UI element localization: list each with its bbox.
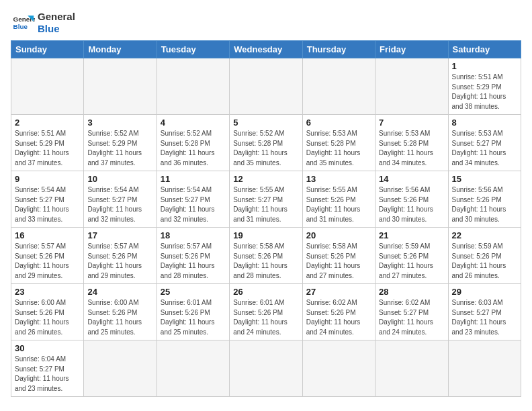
- calendar-week-2: 2Sunrise: 5:51 AM Sunset: 5:29 PM Daylig…: [11, 115, 521, 171]
- day-number: 8: [452, 118, 517, 128]
- day-number: 29: [452, 287, 517, 297]
- day-info: Sunrise: 6:02 AM Sunset: 5:26 PM Dayligh…: [306, 298, 371, 337]
- calendar-cell: 24Sunrise: 6:00 AM Sunset: 5:26 PM Dayli…: [84, 284, 157, 340]
- day-number: 13: [306, 174, 371, 184]
- day-info: Sunrise: 5:58 AM Sunset: 5:26 PM Dayligh…: [306, 242, 371, 281]
- calendar-cell: 16Sunrise: 5:57 AM Sunset: 5:26 PM Dayli…: [11, 228, 84, 284]
- day-number: 5: [233, 118, 298, 128]
- day-number: 26: [233, 287, 298, 297]
- calendar-cell: 28Sunrise: 6:02 AM Sunset: 5:27 PM Dayli…: [375, 284, 448, 340]
- calendar-week-4: 16Sunrise: 5:57 AM Sunset: 5:26 PM Dayli…: [11, 228, 521, 284]
- logo: General Blue General Blue: [11, 11, 75, 35]
- day-info: Sunrise: 5:57 AM Sunset: 5:26 PM Dayligh…: [161, 242, 226, 281]
- calendar-cell: 22Sunrise: 5:59 AM Sunset: 5:26 PM Dayli…: [448, 228, 521, 284]
- day-info: Sunrise: 5:54 AM Sunset: 5:27 PM Dayligh…: [161, 185, 226, 224]
- calendar-cell: 4Sunrise: 5:52 AM Sunset: 5:28 PM Daylig…: [157, 115, 229, 171]
- calendar-cell: [84, 58, 157, 115]
- day-info: Sunrise: 5:56 AM Sunset: 5:26 PM Dayligh…: [379, 185, 444, 224]
- calendar-cell: [84, 340, 157, 397]
- day-number: 30: [15, 343, 80, 353]
- calendar-cell: 25Sunrise: 6:01 AM Sunset: 5:26 PM Dayli…: [157, 284, 229, 340]
- day-info: Sunrise: 5:52 AM Sunset: 5:28 PM Dayligh…: [161, 129, 226, 168]
- calendar-cell: 8Sunrise: 5:53 AM Sunset: 5:27 PM Daylig…: [448, 115, 521, 171]
- calendar-cell: 23Sunrise: 6:00 AM Sunset: 5:26 PM Dayli…: [11, 284, 84, 340]
- svg-text:Blue: Blue: [13, 23, 28, 30]
- calendar-header-tuesday: Tuesday: [157, 41, 229, 58]
- calendar-cell: 18Sunrise: 5:57 AM Sunset: 5:26 PM Dayli…: [157, 228, 229, 284]
- day-number: 9: [15, 174, 80, 184]
- calendar-header-row: SundayMondayTuesdayWednesdayThursdayFrid…: [11, 41, 521, 58]
- day-info: Sunrise: 5:54 AM Sunset: 5:27 PM Dayligh…: [15, 185, 80, 224]
- calendar-cell: [375, 58, 448, 115]
- calendar-cell: [157, 58, 229, 115]
- day-info: Sunrise: 5:57 AM Sunset: 5:26 PM Dayligh…: [15, 242, 80, 281]
- calendar-cell: 21Sunrise: 5:59 AM Sunset: 5:26 PM Dayli…: [375, 228, 448, 284]
- day-number: 18: [161, 230, 226, 240]
- calendar-week-1: 1Sunrise: 5:51 AM Sunset: 5:29 PM Daylig…: [11, 58, 521, 115]
- calendar-cell: 3Sunrise: 5:52 AM Sunset: 5:29 PM Daylig…: [84, 115, 157, 171]
- calendar-week-6: 30Sunrise: 6:04 AM Sunset: 5:27 PM Dayli…: [11, 340, 521, 397]
- day-number: 19: [233, 230, 298, 240]
- day-info: Sunrise: 6:00 AM Sunset: 5:26 PM Dayligh…: [87, 298, 152, 337]
- day-info: Sunrise: 6:03 AM Sunset: 5:27 PM Dayligh…: [452, 298, 517, 337]
- day-info: Sunrise: 5:52 AM Sunset: 5:29 PM Dayligh…: [87, 129, 152, 168]
- day-number: 1: [452, 61, 517, 71]
- day-info: Sunrise: 5:54 AM Sunset: 5:27 PM Dayligh…: [87, 185, 152, 224]
- day-number: 14: [379, 174, 444, 184]
- day-number: 25: [161, 287, 226, 297]
- calendar-cell: [375, 340, 448, 397]
- day-number: 10: [87, 174, 152, 184]
- day-info: Sunrise: 5:55 AM Sunset: 5:26 PM Dayligh…: [306, 185, 371, 224]
- day-info: Sunrise: 5:57 AM Sunset: 5:26 PM Dayligh…: [87, 242, 152, 281]
- day-info: Sunrise: 5:59 AM Sunset: 5:26 PM Dayligh…: [379, 242, 444, 281]
- day-info: Sunrise: 5:55 AM Sunset: 5:27 PM Dayligh…: [233, 185, 298, 224]
- day-number: 11: [161, 174, 226, 184]
- calendar-cell: 30Sunrise: 6:04 AM Sunset: 5:27 PM Dayli…: [11, 340, 84, 397]
- calendar-cell: [230, 340, 302, 397]
- calendar-header-saturday: Saturday: [448, 41, 521, 58]
- calendar-table: SundayMondayTuesdayWednesdayThursdayFrid…: [11, 40, 521, 397]
- page-header: General Blue General Blue: [11, 11, 521, 35]
- logo-general-text: General: [38, 11, 75, 23]
- day-info: Sunrise: 6:04 AM Sunset: 5:27 PM Dayligh…: [15, 355, 80, 394]
- calendar-cell: 11Sunrise: 5:54 AM Sunset: 5:27 PM Dayli…: [157, 171, 229, 228]
- logo-icon: General Blue: [11, 11, 35, 35]
- day-number: 16: [15, 230, 80, 240]
- day-number: 4: [161, 118, 226, 128]
- calendar-cell: [302, 340, 375, 397]
- day-number: 3: [87, 118, 152, 128]
- calendar-cell: [448, 340, 521, 397]
- day-info: Sunrise: 5:51 AM Sunset: 5:29 PM Dayligh…: [452, 73, 517, 111]
- calendar-cell: [11, 58, 84, 115]
- day-info: Sunrise: 5:58 AM Sunset: 5:26 PM Dayligh…: [233, 242, 298, 281]
- calendar-cell: 27Sunrise: 6:02 AM Sunset: 5:26 PM Dayli…: [302, 284, 375, 340]
- day-info: Sunrise: 5:51 AM Sunset: 5:29 PM Dayligh…: [15, 129, 80, 168]
- day-number: 24: [87, 287, 152, 297]
- day-info: Sunrise: 6:00 AM Sunset: 5:26 PM Dayligh…: [15, 298, 80, 337]
- day-number: 7: [379, 118, 444, 128]
- day-number: 21: [379, 230, 444, 240]
- day-info: Sunrise: 5:59 AM Sunset: 5:26 PM Dayligh…: [452, 242, 517, 281]
- calendar-cell: 10Sunrise: 5:54 AM Sunset: 5:27 PM Dayli…: [84, 171, 157, 228]
- calendar-cell: 29Sunrise: 6:03 AM Sunset: 5:27 PM Dayli…: [448, 284, 521, 340]
- day-number: 12: [233, 174, 298, 184]
- calendar-cell: [302, 58, 375, 115]
- day-number: 27: [306, 287, 371, 297]
- day-number: 6: [306, 118, 371, 128]
- calendar-week-5: 23Sunrise: 6:00 AM Sunset: 5:26 PM Dayli…: [11, 284, 521, 340]
- day-info: Sunrise: 5:53 AM Sunset: 5:28 PM Dayligh…: [306, 129, 371, 168]
- calendar-cell: 13Sunrise: 5:55 AM Sunset: 5:26 PM Dayli…: [302, 171, 375, 228]
- calendar-cell: [230, 58, 302, 115]
- day-info: Sunrise: 6:01 AM Sunset: 5:26 PM Dayligh…: [161, 298, 226, 337]
- day-info: Sunrise: 5:52 AM Sunset: 5:28 PM Dayligh…: [233, 129, 298, 168]
- calendar-cell: 7Sunrise: 5:53 AM Sunset: 5:28 PM Daylig…: [375, 115, 448, 171]
- day-info: Sunrise: 5:53 AM Sunset: 5:27 PM Dayligh…: [452, 129, 517, 168]
- calendar-header-friday: Friday: [375, 41, 448, 58]
- day-number: 20: [306, 230, 371, 240]
- day-info: Sunrise: 6:02 AM Sunset: 5:27 PM Dayligh…: [379, 298, 444, 337]
- day-number: 2: [15, 118, 80, 128]
- day-number: 23: [15, 287, 80, 297]
- day-info: Sunrise: 5:53 AM Sunset: 5:28 PM Dayligh…: [379, 129, 444, 168]
- day-number: 17: [87, 230, 152, 240]
- calendar-header-thursday: Thursday: [302, 41, 375, 58]
